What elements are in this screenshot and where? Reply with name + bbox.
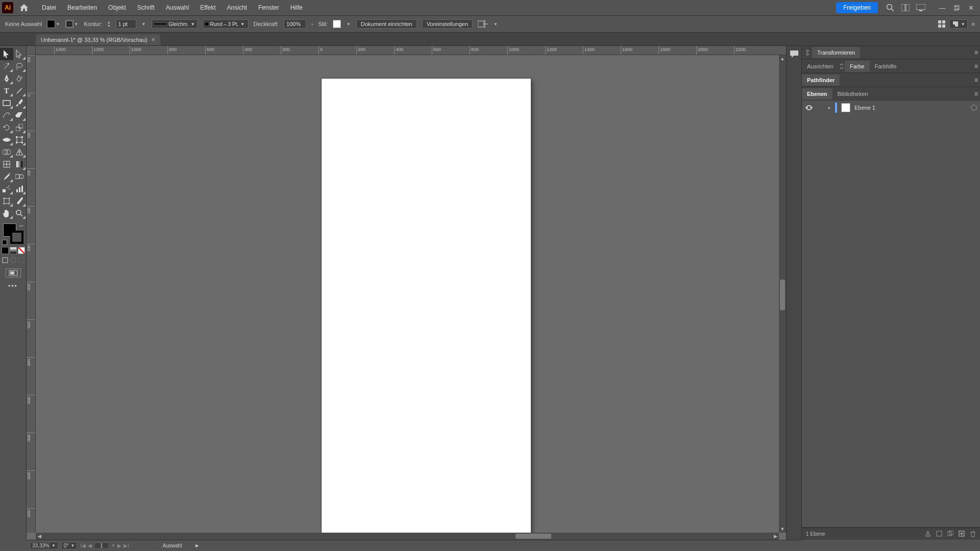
blend-tool[interactable] [13,170,27,183]
create-sublayer-button[interactable] [947,531,953,538]
tab-pathfinder[interactable]: Pathfinder [802,74,840,86]
align-to-dropdown[interactable]: ▼ [493,20,498,28]
default-fill-stroke-button[interactable] [2,240,7,245]
edit-toolbar-button[interactable]: ••• [0,283,26,290]
layer-name[interactable]: Ebene 1 [854,105,875,111]
share-button[interactable]: Freigeben [836,2,878,13]
selection-tool[interactable] [0,48,13,60]
slice-tool[interactable] [13,195,27,207]
opacity-input[interactable] [284,19,306,29]
panel-menu-button[interactable]: ≡ [974,90,978,97]
stroke-color-box[interactable] [10,231,23,244]
delete-layer-button[interactable] [970,531,976,538]
gpu-preview-button[interactable] [914,1,928,15]
symbol-sprayer-tool[interactable] [0,183,13,195]
locate-object-button[interactable] [925,531,931,538]
shaper-tool[interactable] [0,109,13,121]
link-icon[interactable] [805,49,810,56]
scroll-right-button[interactable]: ▶ [772,533,779,540]
scale-tool[interactable] [13,121,27,134]
pen-tool[interactable] [0,72,13,85]
align-to-button[interactable] [478,20,488,28]
vertical-scroll-thumb[interactable] [780,280,785,310]
screen-mode-button[interactable] [6,268,21,278]
line-segment-tool[interactable] [13,85,27,97]
menu-bearbeiten[interactable]: Bearbeiten [62,1,102,14]
rotate-tool[interactable] [0,121,13,134]
layer-thumbnail[interactable] [841,103,850,112]
layer-target-button[interactable] [971,105,977,111]
ruler-origin[interactable] [27,46,36,55]
tab-bibliotheken[interactable]: Bibliotheken [832,88,873,99]
swap-fill-stroke-button[interactable]: ⤺ [18,222,24,229]
curvature-tool[interactable] [13,72,27,85]
draw-inside-icon[interactable] [18,257,24,263]
scroll-left-button[interactable]: ◀ [36,533,43,540]
artboard-number-input[interactable]: 1 [94,542,109,549]
fill-mode-gradient[interactable] [10,247,17,254]
controlbar-menu-button[interactable]: ≡ [972,21,975,27]
graphic-style-swatch[interactable] [333,20,341,28]
panel-menu-button[interactable]: ≡ [974,63,978,70]
free-transform-tool[interactable] [13,134,27,146]
menu-auswahl[interactable]: Auswahl [161,1,194,14]
canvas-area[interactable] [36,55,779,533]
eyedropper-tool[interactable] [0,170,13,183]
fill-stroke-indicator[interactable]: ⤺ [2,222,24,245]
comments-panel-button[interactable] [790,50,799,58]
menu-ansicht[interactable]: Ansicht [222,1,252,14]
fill-mode-color[interactable] [2,247,9,254]
magic-wand-tool[interactable] [0,60,13,72]
artboard-number-dropdown[interactable]: ▼ [111,543,115,548]
artboard[interactable] [322,79,531,533]
graphic-style-dropdown[interactable]: ▼ [346,20,351,28]
scroll-down-button[interactable]: ▼ [779,525,786,533]
tab-farbhilfe[interactable]: Farbhilfe [870,61,902,72]
gradient-tool[interactable] [13,158,27,170]
make-clipping-mask-button[interactable] [936,531,942,538]
ruler-vertical[interactable]: 2000200400600800100012001400160018002000… [27,55,36,533]
search-button[interactable] [883,1,897,15]
width-tool[interactable] [0,134,13,146]
layer-row[interactable]: ▸ Ebene 1 [802,102,980,114]
paintbrush-tool[interactable] [13,97,27,109]
home-button[interactable] [17,2,31,13]
window-minimize-button[interactable]: — [935,2,949,13]
shape-builder-tool[interactable] [0,146,13,158]
column-graph-tool[interactable] [13,183,27,195]
menu-objekt[interactable]: Objekt [103,1,131,14]
artboard-prev-button[interactable]: ◀ [88,543,92,548]
fill-swatch-dropdown[interactable]: ▼ [55,20,60,28]
mesh-tool[interactable] [0,158,13,170]
ruler-horizontal[interactable]: 1400120010008006004002000200400600800100… [36,46,786,55]
tab-farbe[interactable]: Farbe [845,61,870,72]
menu-schrift[interactable]: Schrift [132,1,160,14]
controlbar-view1-button[interactable] [938,20,945,28]
scroll-up-button[interactable]: ▲ [779,55,786,62]
hand-tool[interactable] [0,207,13,219]
stroke-weight-dropdown[interactable]: ▼ [141,20,146,28]
controlbar-essentials-dropdown[interactable]: ▼ [949,19,968,29]
opacity-more-button[interactable]: › [311,21,313,27]
vertical-scrollbar[interactable]: ▲ ▼ [779,55,786,533]
horizontal-scrollbar[interactable]: ◀ ▶ [36,533,779,540]
artboard-tool[interactable] [0,195,13,207]
layer-expand-toggle[interactable]: ▸ [828,105,831,110]
status-menu-button[interactable]: ▶ [195,543,199,548]
tab-ausrichten[interactable]: Ausrichten [802,61,839,72]
artboard-last-button[interactable]: ▶I [124,543,129,548]
layer-visibility-toggle[interactable] [805,104,813,112]
arrange-documents-button[interactable] [898,1,913,15]
menu-hilfe[interactable]: Hilfe [285,1,308,14]
tab-ebenen[interactable]: Ebenen [802,88,832,99]
draw-behind-icon[interactable] [10,257,16,263]
stroke-profile-dropdown[interactable]: Gleichm. ▼ [152,19,198,29]
draw-normal-icon[interactable] [2,257,8,263]
new-layer-button[interactable] [959,531,965,538]
fill-mode-none[interactable] [18,247,25,254]
lasso-tool[interactable] [13,60,27,72]
preferences-button[interactable]: Voreinstellungen [422,19,473,29]
zoom-tool[interactable] [13,207,27,219]
document-tab-close-button[interactable]: × [152,36,155,43]
perspective-grid-tool[interactable] [13,146,27,158]
